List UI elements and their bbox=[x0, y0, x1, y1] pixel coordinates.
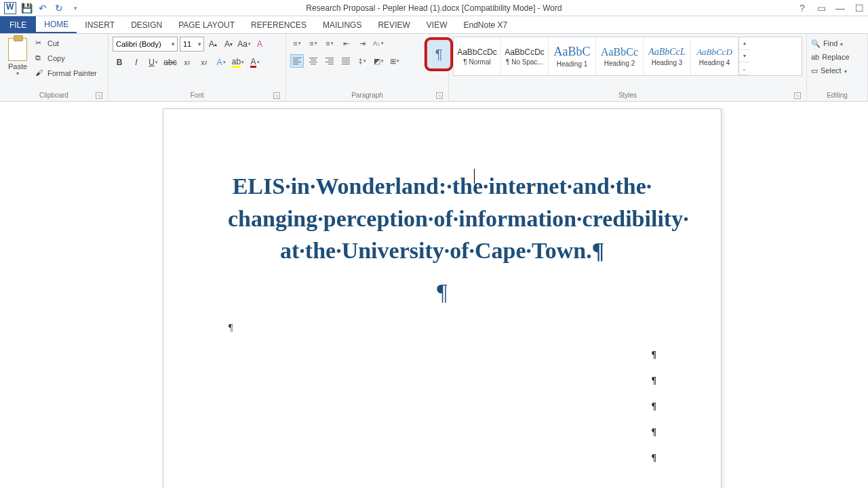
styles-group-label: Styles↘ bbox=[453, 90, 802, 101]
multilevel-button[interactable]: ≡ bbox=[323, 37, 336, 50]
pilcrow-mark: ¶ bbox=[651, 453, 656, 464]
undo-icon[interactable]: ↶ bbox=[37, 2, 49, 14]
qat-dropdown-icon[interactable]: ▾ bbox=[69, 2, 81, 14]
copy-button[interactable]: ⧉Copy bbox=[35, 52, 97, 65]
paste-button[interactable]: Paste ▾ bbox=[4, 37, 31, 80]
font-size-combo[interactable]: 11 bbox=[180, 37, 204, 52]
minimize-icon[interactable]: — bbox=[834, 3, 846, 14]
document-title[interactable]: ELIS·in·Wonderland:·the·internet·and·the… bbox=[228, 170, 656, 267]
ribbon: Paste ▾ ✂Cut ⧉Copy 🖌Format Painter Clipb… bbox=[0, 34, 868, 102]
editing-group-label: Editing bbox=[811, 90, 863, 101]
title-bar: 💾 ↶ ↻ ▾ Research Proposal - Pepler Head … bbox=[0, 0, 868, 16]
pilcrow-mark: ¶ bbox=[651, 401, 656, 412]
tab-file[interactable]: FILE bbox=[0, 16, 36, 33]
word-icon bbox=[4, 2, 16, 14]
highlight-button[interactable]: ab bbox=[231, 56, 245, 69]
align-left-button[interactable] bbox=[290, 54, 304, 68]
paragraph-group-label: Paragraph↘ bbox=[290, 90, 444, 101]
style-heading-1[interactable]: AaBbCHeading 1 bbox=[549, 37, 596, 75]
change-case-button[interactable]: Aa bbox=[237, 37, 251, 51]
italic-button[interactable]: I bbox=[130, 56, 143, 69]
format-painter-label: Format Painter bbox=[47, 69, 97, 77]
styles-more-icon[interactable]: ⌄ bbox=[739, 62, 749, 75]
styles-up-icon[interactable]: ▴ bbox=[739, 37, 749, 50]
line-spacing-button[interactable]: ‡ bbox=[355, 54, 369, 68]
increase-indent-button[interactable]: ⇥ bbox=[355, 37, 369, 50]
ribbon-display-icon[interactable]: ▭ bbox=[815, 3, 827, 14]
document-area[interactable]: ELIS·in·Wonderland:·the·internet·and·the… bbox=[0, 102, 868, 488]
dialog-launcher-icon[interactable]: ↘ bbox=[436, 92, 443, 99]
style-normal[interactable]: AaBbCcDc¶ Normal bbox=[454, 37, 501, 75]
styles-gallery: AaBbCcDc¶ Normal AaBbCcDc¶ No Spac... Aa… bbox=[453, 37, 802, 76]
show-hide-paragraph-button[interactable]: ¶ bbox=[425, 38, 452, 70]
brush-icon: 🖌 bbox=[35, 68, 45, 78]
find-icon: 🔍 bbox=[811, 39, 821, 48]
grow-font-button[interactable]: A▴ bbox=[206, 37, 220, 51]
tab-references[interactable]: REFERENCES bbox=[243, 16, 315, 33]
borders-button[interactable]: ⊞ bbox=[388, 54, 401, 68]
right-pilcrows: ¶ ¶ ¶ ¶ ¶ bbox=[651, 350, 656, 464]
cut-label: Cut bbox=[47, 39, 59, 47]
group-editing: 🔍Find abReplace ▭Select Editing bbox=[807, 34, 868, 101]
copy-icon: ⧉ bbox=[35, 54, 45, 63]
superscript-button[interactable]: x2 bbox=[197, 56, 211, 69]
align-right-button[interactable] bbox=[323, 54, 336, 68]
format-painter-button[interactable]: 🖌Format Painter bbox=[35, 66, 97, 80]
style-no-spacing[interactable]: AaBbCcDc¶ No Spac... bbox=[501, 37, 549, 75]
redo-icon[interactable]: ↻ bbox=[53, 2, 65, 14]
font-group-label: Font↘ bbox=[113, 90, 281, 101]
clipboard-group-label: Clipboard↘ bbox=[4, 90, 104, 101]
text-effects-button[interactable]: A bbox=[214, 56, 228, 69]
style-heading-4[interactable]: AaBbCcDHeading 4 bbox=[691, 37, 738, 75]
ribbon-tabs: FILE HOME INSERT DESIGN PAGE LAYOUT REFE… bbox=[0, 16, 868, 34]
text-cursor bbox=[474, 169, 475, 184]
window-title: Research Proposal - Pepler Head (1).docx… bbox=[0, 3, 868, 13]
numbering-button[interactable]: ≡ bbox=[307, 37, 320, 50]
tab-mailings[interactable]: MAILINGS bbox=[315, 16, 370, 33]
styles-expand[interactable]: ▴▾⌄ bbox=[738, 37, 749, 75]
tab-page-layout[interactable]: PAGE LAYOUT bbox=[170, 16, 243, 33]
tab-view[interactable]: VIEW bbox=[418, 16, 456, 33]
copy-label: Copy bbox=[47, 54, 65, 62]
dialog-launcher-icon[interactable]: ↘ bbox=[273, 92, 280, 99]
select-icon: ▭ bbox=[811, 66, 818, 75]
align-center-button[interactable] bbox=[307, 54, 320, 68]
cut-button[interactable]: ✂Cut bbox=[35, 37, 97, 50]
page[interactable]: ELIS·in·Wonderland:·the·internet·and·the… bbox=[163, 108, 722, 488]
tab-review[interactable]: REVIEW bbox=[370, 16, 418, 33]
bold-button[interactable]: B bbox=[113, 56, 126, 69]
tab-design[interactable]: DESIGN bbox=[123, 16, 170, 33]
help-icon[interactable]: ? bbox=[796, 3, 808, 14]
font-color-button[interactable]: A bbox=[248, 56, 262, 69]
group-clipboard: Paste ▾ ✂Cut ⧉Copy 🖌Format Painter Clipb… bbox=[0, 34, 108, 101]
pilcrow-mark: ¶ bbox=[651, 375, 656, 386]
subscript-button[interactable]: x2 bbox=[180, 56, 194, 69]
find-button[interactable]: 🔍Find bbox=[811, 37, 863, 50]
pilcrow-mark: ¶ bbox=[651, 350, 656, 361]
replace-button[interactable]: abReplace bbox=[811, 50, 863, 64]
tab-endnote[interactable]: EndNote X7 bbox=[455, 16, 515, 33]
bullets-button[interactable]: ≡ bbox=[290, 37, 304, 50]
pilcrow-icon: ¶ bbox=[435, 47, 443, 62]
select-button[interactable]: ▭Select bbox=[811, 64, 863, 77]
styles-down-icon[interactable]: ▾ bbox=[739, 50, 749, 63]
style-heading-2[interactable]: AaBbCcHeading 2 bbox=[596, 37, 644, 75]
sort-button[interactable]: A↓ bbox=[372, 37, 385, 50]
save-icon[interactable]: 💾 bbox=[20, 2, 33, 14]
style-heading-3[interactable]: AaBbCcLHeading 3 bbox=[644, 37, 691, 75]
dialog-launcher-icon[interactable]: ↘ bbox=[96, 92, 102, 99]
shrink-font-button[interactable]: A▾ bbox=[222, 37, 235, 51]
strikethrough-button[interactable]: abc bbox=[163, 56, 177, 69]
clear-formatting-button[interactable]: A bbox=[253, 37, 267, 51]
group-paragraph: ≡ ≡ ≡ ⇤ ⇥ A↓ ¶ ‡ ◩ ⊞ Paragraph↘ bbox=[286, 34, 449, 101]
font-name-combo[interactable]: Calibri (Body) bbox=[113, 37, 178, 52]
tab-home[interactable]: HOME bbox=[36, 16, 77, 33]
justify-button[interactable] bbox=[339, 54, 353, 68]
tab-insert[interactable]: INSERT bbox=[77, 16, 123, 33]
shading-button[interactable]: ◩ bbox=[372, 54, 385, 68]
decrease-indent-button[interactable]: ⇤ bbox=[339, 37, 353, 50]
pilcrow-mark: ¶ bbox=[228, 279, 656, 305]
maximize-icon[interactable]: ☐ bbox=[853, 3, 865, 14]
dialog-launcher-icon[interactable]: ↘ bbox=[794, 92, 801, 99]
underline-button[interactable]: U bbox=[146, 56, 160, 69]
